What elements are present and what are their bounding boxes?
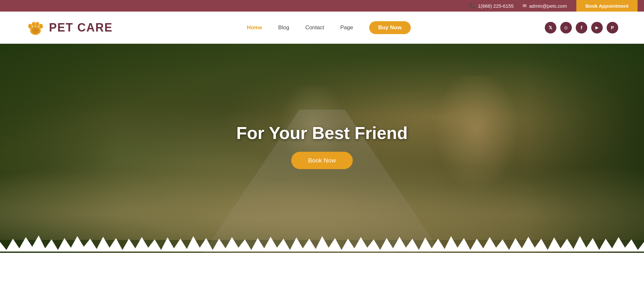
person-highlight [422,76,531,211]
logo-text: PET CARE [49,21,113,34]
instagram-icon[interactable]: ◎ [560,22,572,33]
top-bar: 📞 1(868) 225-6155 ✉ admin@pets.com Book … [0,0,644,12]
nav-item-contact[interactable]: Contact [305,24,324,31]
navbar: PET CARE Home Blog Contact Page Buy Now … [0,12,644,44]
nav-links: Home Blog Contact Page Buy Now [247,21,410,34]
hero-title: For Your Best Friend [236,123,408,143]
nav-item-home[interactable]: Home [247,24,262,31]
nav-link-page[interactable]: Page [340,24,353,31]
buy-now-button[interactable]: Buy Now [369,21,411,34]
svg-point-4 [39,24,43,29]
youtube-icon[interactable]: ▶ [591,22,603,33]
nav-item-page[interactable]: Page [340,24,353,31]
facebook-icon[interactable]: f [576,22,587,33]
svg-point-5 [32,28,39,33]
nav-link-contact[interactable]: Contact [305,24,324,31]
email-address: admin@pets.com [529,3,567,9]
phone-number: 1(868) 225-6155 [478,3,514,9]
hero-content: For Your Best Friend Book Now [236,123,408,169]
nav-link-blog[interactable]: Blog [278,24,289,31]
twitter-icon[interactable]: 𝕏 [545,22,556,33]
phone-icon: 📞 [470,3,476,9]
svg-point-2 [32,22,36,27]
svg-point-3 [35,22,39,27]
svg-point-1 [28,24,32,29]
nav-item-buy[interactable]: Buy Now [369,21,411,34]
nav-item-blog[interactable]: Blog [278,24,289,31]
email-icon: ✉ [523,3,527,9]
hero-jagged-edge [0,232,644,253]
paw-logo-icon [26,18,45,37]
pinterest-icon[interactable]: P [607,22,618,33]
phone-info: 📞 1(868) 225-6155 [470,3,514,9]
top-bar-contact: 📞 1(868) 225-6155 ✉ admin@pets.com [470,3,567,9]
hero-book-button[interactable]: Book Now [291,152,353,169]
email-info: ✉ admin@pets.com [523,3,567,9]
hero-section: For Your Best Friend Book Now [0,44,644,253]
social-icons: 𝕏 ◎ f ▶ P [545,22,618,33]
book-appointment-button[interactable]: Book Appointment [576,0,638,12]
nav-link-home[interactable]: Home [247,24,262,31]
logo: PET CARE [26,18,113,37]
